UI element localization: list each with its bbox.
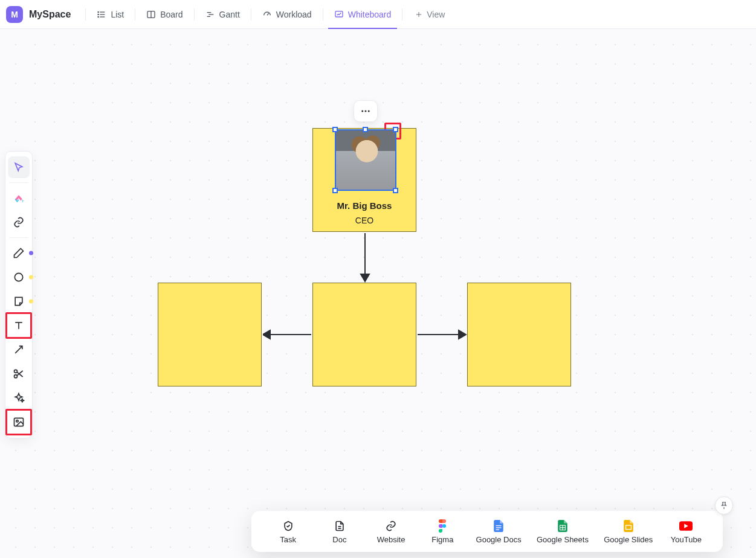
svg-point-16 — [15, 273, 22, 281]
selection-handle-tm[interactable] — [363, 127, 368, 132]
connector-icon — [13, 344, 25, 356]
svg-point-26 — [365, 111, 367, 112]
shape-more-button[interactable] — [354, 100, 378, 122]
space-title: MySpace — [29, 9, 71, 20]
youtube-icon — [679, 519, 693, 533]
selection-handle-bl[interactable] — [332, 188, 338, 193]
sticky-color-dot — [29, 300, 33, 304]
task-icon — [282, 519, 295, 533]
website-icon — [384, 519, 398, 533]
space-badge[interactable]: M — [6, 6, 23, 23]
tab-whiteboard-label: Whiteboard — [348, 10, 392, 19]
tool-rail: + — [5, 151, 33, 438]
tool-sticky[interactable] — [8, 290, 30, 312]
insert-bar: Task Doc Website Figma Google Docs Googl… — [251, 511, 723, 552]
figma-icon — [436, 519, 449, 533]
doc-icon — [333, 519, 346, 533]
top-bar: M MySpace List Board Gantt Workload Whit… — [0, 0, 756, 29]
cursor-icon — [13, 161, 25, 173]
svg-point-5 — [98, 16, 99, 17]
org-card-ceo-name: Mr. Big Boss — [313, 200, 416, 211]
clickup-icon: + — [13, 192, 25, 204]
link-icon — [13, 216, 25, 228]
tool-pen[interactable] — [8, 242, 30, 264]
org-card-child-3[interactable] — [467, 283, 571, 386]
tab-gantt[interactable]: Gantt — [201, 0, 245, 28]
insert-website-label: Website — [377, 535, 405, 544]
tool-text[interactable] — [8, 315, 30, 336]
google-docs-icon — [492, 519, 505, 533]
tab-gantt-label: Gantt — [219, 10, 240, 19]
insert-gsheets[interactable]: Google Sheets — [537, 519, 589, 544]
insert-doc[interactable]: Doc — [321, 519, 358, 544]
tab-board[interactable]: Board — [141, 0, 187, 28]
plus-icon — [415, 10, 423, 19]
org-card-ceo-role: CEO — [313, 216, 416, 225]
svg-rect-39 — [496, 529, 500, 530]
svg-rect-38 — [496, 527, 502, 528]
google-slides-icon — [622, 519, 635, 533]
tab-whiteboard[interactable]: Whiteboard — [329, 0, 396, 28]
highlight-text-tool — [5, 312, 32, 339]
shape-color-dot — [29, 275, 33, 280]
selection-handle-br[interactable] — [393, 188, 398, 193]
insert-doc-label: Doc — [332, 535, 346, 544]
insert-youtube[interactable]: YouTube — [668, 519, 704, 544]
insert-figma[interactable]: Figma — [424, 519, 460, 544]
arrow-right — [418, 329, 467, 341]
gantt-icon — [205, 10, 215, 19]
tool-link[interactable] — [8, 211, 30, 233]
tab-list[interactable]: List — [92, 0, 129, 28]
tool-ai[interactable] — [8, 387, 30, 409]
insert-youtube-label: YouTube — [671, 535, 702, 544]
view-tabs: List Board Gantt Workload Whiteboard Vie… — [79, 0, 451, 28]
board-icon — [146, 10, 156, 19]
scissors-icon — [13, 368, 25, 380]
svg-marker-31 — [263, 330, 270, 339]
insert-website[interactable]: Website — [373, 519, 409, 544]
arrow-down — [359, 233, 371, 283]
add-view-label: View — [427, 10, 445, 19]
svg-line-11 — [267, 13, 269, 15]
tool-connector[interactable] — [8, 339, 30, 361]
svg-point-4 — [98, 14, 99, 14]
add-view-button[interactable]: View — [409, 10, 451, 19]
svg-rect-37 — [496, 525, 502, 525]
svg-marker-29 — [361, 274, 369, 281]
org-card-child-2[interactable] — [312, 283, 416, 386]
insert-gdocs[interactable]: Google Docs — [476, 519, 522, 544]
org-card-child-1[interactable] — [158, 283, 262, 386]
more-horizontal-icon — [360, 106, 371, 117]
highlight-image-tool — [5, 409, 32, 435]
tool-shape[interactable] — [8, 266, 30, 288]
selection-handle-tl[interactable] — [332, 127, 338, 132]
tool-image[interactable] — [8, 411, 30, 433]
insert-gdocs-label: Google Docs — [476, 535, 522, 544]
svg-point-27 — [368, 111, 370, 112]
pin-toolbar-button[interactable] — [715, 496, 733, 515]
insert-gslides[interactable]: Google Slides — [604, 519, 653, 544]
ceo-photo-image — [336, 130, 395, 190]
pen-color-dot — [29, 251, 33, 255]
tab-workload[interactable]: Workload — [257, 0, 317, 28]
tool-stamp[interactable] — [8, 363, 30, 385]
tool-select[interactable] — [8, 156, 30, 178]
pen-icon — [13, 247, 25, 259]
insert-task[interactable]: Task — [270, 519, 306, 544]
google-sheets-icon — [556, 519, 569, 533]
tab-board-label: Board — [160, 10, 183, 19]
list-icon — [97, 10, 106, 19]
sticky-icon — [13, 295, 25, 307]
ceo-photo-selected[interactable] — [335, 129, 396, 191]
svg-marker-33 — [459, 330, 466, 339]
sparkle-icon — [13, 392, 25, 404]
shape-icon — [13, 271, 25, 283]
tool-clickup[interactable]: + — [8, 187, 30, 209]
svg-point-25 — [361, 111, 363, 112]
svg-point-3 — [98, 11, 99, 12]
whiteboard-icon — [334, 10, 344, 19]
arrow-left — [263, 329, 312, 341]
selection-handle-tr[interactable] — [393, 127, 398, 132]
insert-figma-label: Figma — [431, 535, 453, 544]
svg-point-36 — [442, 524, 446, 527]
